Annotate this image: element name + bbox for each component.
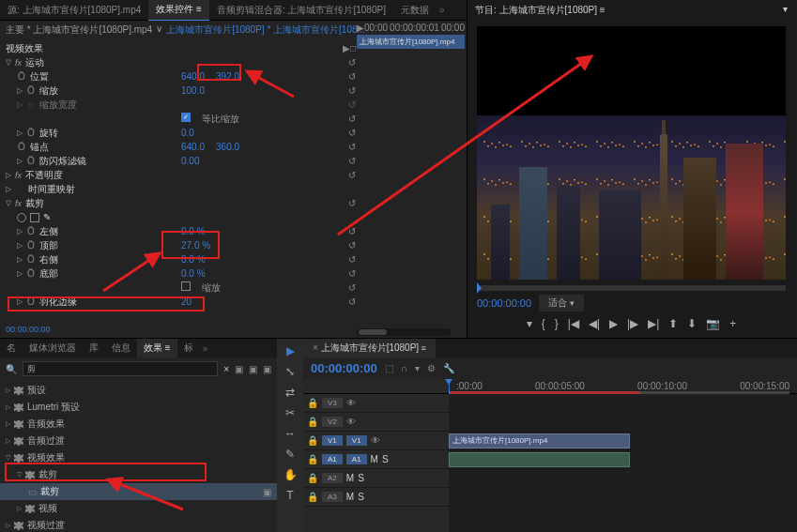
tab-source[interactable]: 源: 上海城市宣传片[1080P].mp4	[0, 0, 148, 21]
position-x[interactable]: 640.0	[181, 71, 205, 82]
razor-tool-icon[interactable]: ✂	[285, 406, 295, 419]
reset-icon[interactable]: ↺	[348, 226, 356, 236]
scale-val[interactable]: 100.0	[181, 85, 205, 96]
mark-out-icon[interactable]: }	[555, 317, 559, 330]
preview-viewport[interactable]	[477, 26, 786, 280]
track-v3-header[interactable]: 🔒V3👁	[303, 394, 449, 413]
hand-tool-icon[interactable]: ✋	[284, 468, 298, 481]
play-icon[interactable]: ▶	[609, 317, 618, 330]
audio-clip[interactable]	[449, 452, 630, 467]
program-timecode[interactable]: 00:00:00:00	[477, 297, 531, 309]
feather-val[interactable]: 20	[181, 296, 192, 307]
tree-video-trans[interactable]: ▷🞹视频过渡	[0, 517, 277, 532]
prop-crop-right[interactable]: ▷Ö右侧	[17, 253, 181, 266]
crop-bottom-val[interactable]: 0.0 %	[181, 268, 206, 279]
tree-crop-folder[interactable]: ▽🞹裁剪	[0, 466, 277, 483]
step-fwd-icon[interactable]: |▶	[627, 317, 638, 330]
reset-icon[interactable]: ↺	[348, 71, 356, 82]
goto-out-icon[interactable]: ▶|	[648, 317, 659, 330]
ptab-name[interactable]: 名	[0, 339, 23, 357]
track-select-tool-icon[interactable]: ⤡	[285, 365, 295, 378]
add-marker-icon[interactable]: ▾	[527, 317, 532, 330]
prop-rotation[interactable]: ▷Ö旋转	[17, 127, 181, 140]
prop-scale[interactable]: ▷Ö缩放	[17, 84, 181, 98]
track-a2-header[interactable]: 🔒A2MS	[303, 469, 449, 488]
reset-icon[interactable]: ↺	[348, 282, 356, 293]
export-frame-icon[interactable]: 📷	[706, 317, 720, 330]
antiflicker-val[interactable]: 0.00	[181, 156, 199, 166]
tab-audio-mixer[interactable]: 音频剪辑混合器: 上海城市宣传片[1080P]	[209, 0, 393, 21]
ptab-info[interactable]: 信息	[105, 339, 137, 357]
prop-position[interactable]: Ö位置	[17, 70, 181, 84]
crop-top-val[interactable]: 27.0 %	[181, 240, 210, 251]
reset-icon[interactable]: ↺	[348, 156, 356, 166]
prop-crop-bottom[interactable]: ▷Ö底部	[17, 267, 181, 281]
tree-presets[interactable]: ▷🞹预设	[0, 382, 277, 399]
ptab-lib[interactable]: 库	[83, 339, 105, 357]
position-y[interactable]: 392.0	[216, 71, 239, 82]
filter-accel-icon[interactable]: ▣	[249, 364, 257, 374]
snap-icon[interactable]: ⬚	[385, 363, 393, 373]
prop-crop-left[interactable]: ▷Ö左侧	[17, 225, 181, 238]
track-v2-header[interactable]: 🔒V2👁	[303, 413, 449, 432]
video-clip[interactable]: 上海城市宣传片[1080P].mp4	[449, 433, 630, 448]
mark-in-icon[interactable]: {	[542, 317, 545, 330]
step-back-icon[interactable]: ◀|	[589, 317, 600, 330]
crop-masks[interactable]: ✎	[17, 212, 181, 222]
scrollbar-horizontal[interactable]	[357, 328, 451, 336]
more-icon[interactable]: +	[729, 317, 736, 330]
tab-metadata[interactable]: 元数据	[393, 0, 437, 21]
pen-tool-icon[interactable]: ✎	[285, 448, 295, 461]
reset-icon[interactable]: ↺	[348, 254, 356, 265]
fx-opacity[interactable]: ▷fx不透明度	[6, 169, 170, 182]
video-effects-header[interactable]: 视频效果	[6, 42, 170, 55]
search-input[interactable]	[23, 361, 218, 376]
filter-32-icon[interactable]: ▣	[235, 364, 243, 374]
reset-icon[interactable]: ↺	[348, 170, 356, 180]
reset-icon[interactable]: ↺	[348, 240, 356, 251]
fx-motion[interactable]: ▽fx运动	[6, 56, 170, 69]
prop-feather[interactable]: ▷Ö羽化边缘	[17, 296, 181, 309]
timeline-timecode[interactable]: 00:00:00:00	[311, 361, 377, 375]
type-tool-icon[interactable]: T	[286, 489, 293, 502]
crop-zoom-checkbox[interactable]	[181, 281, 191, 291]
anchor-x[interactable]: 640.0	[181, 142, 205, 152]
prop-crop-top[interactable]: ▷Ö顶部	[17, 239, 181, 252]
crop-right-val[interactable]: 0.0 %	[181, 254, 206, 265]
settings-icon[interactable]: ⚙	[427, 363, 436, 373]
fx-crop[interactable]: ▽fx裁剪	[6, 197, 170, 210]
reset-icon[interactable]: ↺	[348, 128, 356, 138]
reset-icon[interactable]: ↺	[348, 57, 356, 68]
reset-icon[interactable]: ↺	[348, 114, 356, 124]
rotation-val[interactable]: 0.0	[181, 128, 194, 138]
ptab-effects[interactable]: 效果 ≡	[137, 339, 177, 357]
tree-video[interactable]: ▷🞹视频	[0, 500, 277, 517]
extract-icon[interactable]: ⬇	[687, 317, 697, 330]
tree-lumetri[interactable]: ▷🞹Lumetri 预设	[0, 399, 277, 416]
filter-yuv-icon[interactable]: ▣	[263, 364, 271, 374]
reset-icon[interactable]: ▶□	[343, 43, 356, 53]
marker-icon[interactable]: ▾	[415, 363, 420, 373]
reset-icon[interactable]: ↺	[348, 198, 356, 208]
tree-audio-fx[interactable]: ▷🞹音频效果	[0, 416, 277, 433]
sequence-tab[interactable]: × 上海城市宣传片[1080P] ≡	[303, 339, 436, 357]
slip-tool-icon[interactable]: ↔	[284, 427, 296, 440]
timeline-ruler[interactable]: :00:00 00:00:05:00 00:00:10:00 00:00:15:…	[449, 379, 797, 393]
program-scrubber[interactable]	[477, 285, 786, 291]
goto-in-icon[interactable]: |◀	[568, 317, 579, 330]
zoom-fit-dropdown[interactable]: 适合 ▾	[539, 295, 584, 312]
panel-timecode[interactable]: 00:00:00:00	[6, 325, 51, 334]
ptab-markers[interactable]: 标	[177, 339, 200, 357]
reset-icon[interactable]: ↺	[348, 85, 356, 96]
track-v1-header[interactable]: 🔒V1V1👁	[303, 432, 449, 450]
selection-tool-icon[interactable]: ▶	[286, 344, 295, 357]
reset-icon[interactable]: ↺	[348, 296, 356, 307]
lift-icon[interactable]: ⬆	[668, 317, 678, 330]
ptab-media[interactable]: 媒体浏览器	[23, 339, 83, 357]
prop-antiflicker[interactable]: ▷Ö防闪烁滤镜	[17, 155, 181, 168]
fx-timeremap[interactable]: ▷时间重映射	[6, 183, 170, 196]
tabs-overflow[interactable]: »	[437, 5, 448, 15]
reset-icon[interactable]: ↺	[348, 142, 356, 152]
tree-crop-fx[interactable]: ▭裁剪▣	[0, 483, 277, 500]
track-a1-header[interactable]: 🔒A1A1MS	[303, 450, 449, 469]
